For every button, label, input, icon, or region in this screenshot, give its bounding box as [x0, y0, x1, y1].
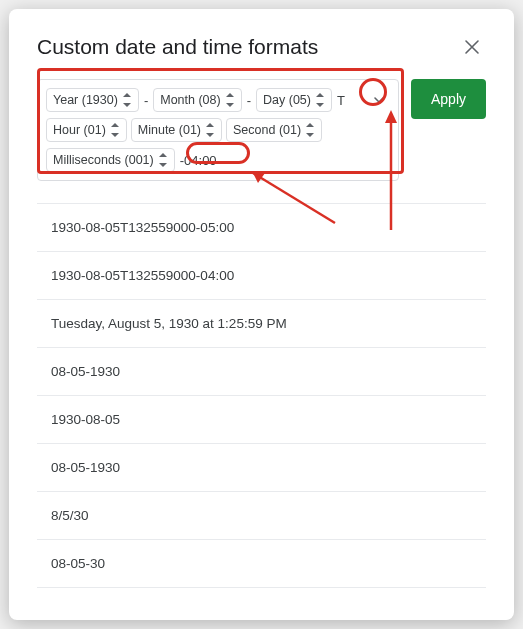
format-editor-row: Year (1930) - Month (08) - Day (05) T Ho…: [37, 79, 486, 181]
token-hour[interactable]: Hour (01): [46, 118, 127, 142]
close-button[interactable]: [458, 33, 486, 61]
list-item[interactable]: 1930-08-05T132559000-05:00: [37, 204, 486, 252]
list-item[interactable]: 1930-08-05T132559000-04:00: [37, 252, 486, 300]
updown-icon: [205, 123, 215, 137]
format-input-box[interactable]: Year (1930) - Month (08) - Day (05) T Ho…: [37, 79, 399, 181]
token-label: Year (1930): [53, 93, 118, 107]
separator-T: T: [336, 93, 346, 108]
token-label: Second (01): [233, 123, 301, 137]
updown-icon: [315, 93, 325, 107]
dialog-header: Custom date and time formats: [37, 33, 486, 61]
token-label: Minute (01): [138, 123, 201, 137]
token-label: Milliseconds (001): [53, 153, 154, 167]
list-item[interactable]: 08-05-1930: [37, 444, 486, 492]
updown-icon: [110, 123, 120, 137]
updown-icon: [225, 93, 235, 107]
list-item[interactable]: 1930-08-05: [37, 396, 486, 444]
updown-icon: [122, 93, 132, 107]
list-item[interactable]: Tuesday, August 5, 1930 at 1:25:59 PM: [37, 300, 486, 348]
separator-dash: -: [143, 93, 149, 108]
token-year[interactable]: Year (1930): [46, 88, 139, 112]
separator-dash: -: [246, 93, 252, 108]
token-label: Hour (01): [53, 123, 106, 137]
apply-button[interactable]: Apply: [411, 79, 486, 119]
token-milliseconds[interactable]: Milliseconds (001): [46, 148, 175, 172]
dialog-title: Custom date and time formats: [37, 35, 318, 59]
list-item[interactable]: 08-05-1930: [37, 348, 486, 396]
close-icon: [464, 39, 480, 55]
token-month[interactable]: Month (08): [153, 88, 241, 112]
token-second[interactable]: Second (01): [226, 118, 322, 142]
token-label: Month (08): [160, 93, 220, 107]
token-minute[interactable]: Minute (01): [131, 118, 222, 142]
updown-icon: [158, 153, 168, 167]
updown-icon: [305, 123, 315, 137]
chevron-down-icon: [371, 92, 387, 108]
token-day[interactable]: Day (05): [256, 88, 332, 112]
list-item[interactable]: 8/5/30: [37, 492, 486, 540]
custom-datetime-dialog: Custom date and time formats Year (1930)…: [9, 9, 514, 620]
timezone-text: -04:00: [179, 153, 218, 168]
format-examples-list[interactable]: 1930-08-05T132559000-05:00 1930-08-05T13…: [37, 203, 486, 620]
token-label: Day (05): [263, 93, 311, 107]
add-token-button[interactable]: [368, 89, 390, 111]
list-item[interactable]: 08-05-30: [37, 540, 486, 588]
